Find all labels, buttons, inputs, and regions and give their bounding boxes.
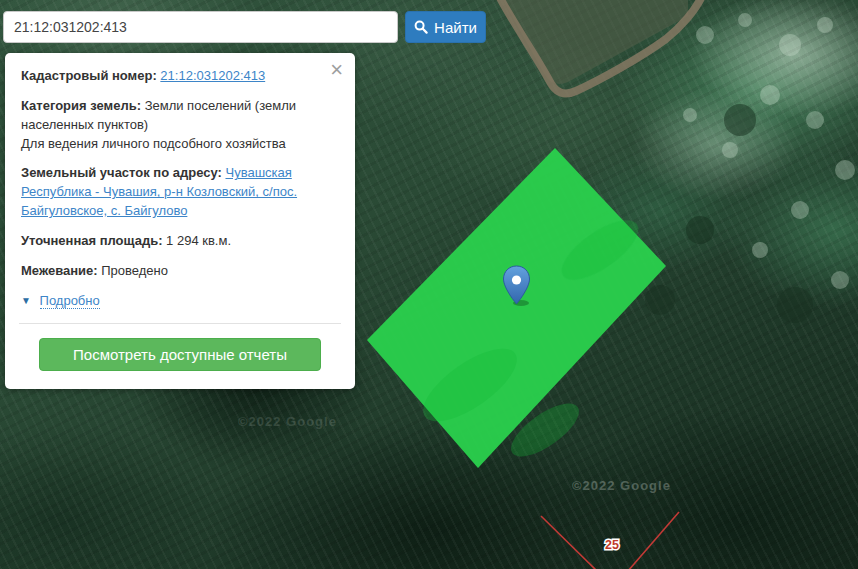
- area-row: Уточненная площадь: 1 294 кв.м.: [21, 232, 339, 251]
- parcel-polygon[interactable]: [367, 148, 666, 468]
- boundary-line: [541, 516, 597, 569]
- boundary-line: [628, 512, 679, 569]
- close-icon[interactable]: ×: [330, 59, 343, 81]
- search-bar: Найти: [3, 11, 486, 43]
- cadastral-number-label: Кадастровый номер:: [21, 68, 157, 83]
- search-button[interactable]: Найти: [405, 11, 486, 43]
- cadastral-map-app: ©2022 Google ©2022 Google: [0, 0, 858, 569]
- land-category-label: Категория земель:: [21, 98, 141, 113]
- details-row: ▼ Подробно: [21, 292, 339, 311]
- search-input[interactable]: [3, 11, 398, 43]
- address-label: Земельный участок по адресу:: [21, 165, 222, 180]
- address-row: Земельный участок по адресу: Чувашская Р…: [21, 164, 339, 221]
- parcel-number-label: 25: [605, 538, 619, 552]
- survey-value: Проведено: [101, 263, 168, 278]
- area-value: 1 294 кв.м.: [166, 233, 231, 248]
- map-texture-light: [683, 13, 855, 289]
- view-reports-button[interactable]: Посмотреть доступные отчеты: [39, 338, 321, 371]
- search-button-label: Найти: [434, 19, 477, 36]
- cadastral-number-row: Кадастровый номер: 21:12:031202:413: [21, 67, 339, 86]
- parcel-info-card: × Кадастровый номер: 21:12:031202:413 Ка…: [5, 53, 355, 389]
- area-label: Уточненная площадь:: [21, 233, 162, 248]
- survey-label: Межевание:: [21, 263, 98, 278]
- land-category-row: Категория земель: Земли поселений (земли…: [21, 97, 339, 154]
- permitted-use-value: Для ведения личного подсобного хозяйства: [21, 136, 286, 151]
- details-toggle-link[interactable]: Подробно: [40, 293, 100, 309]
- map-marker-dot: [512, 275, 521, 284]
- search-icon: [414, 20, 428, 34]
- chevron-down-icon: ▼: [21, 295, 31, 306]
- card-divider: [19, 323, 341, 324]
- cadastral-number-link[interactable]: 21:12:031202:413: [160, 68, 265, 83]
- survey-row: Межевание: Проведено: [21, 262, 339, 281]
- map-texture-dark: [645, 104, 813, 323]
